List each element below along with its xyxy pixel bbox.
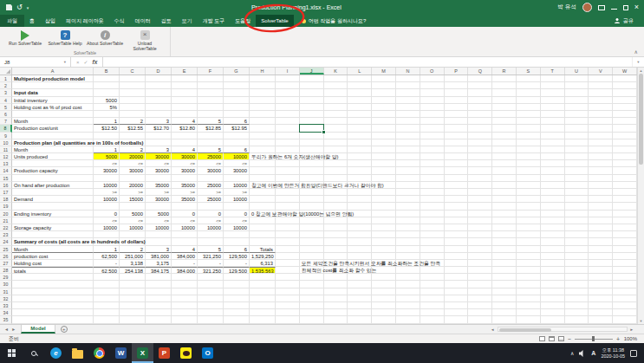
cell-L23[interactable] xyxy=(348,231,372,238)
cell-O5[interactable] xyxy=(420,104,445,111)
cell-H29[interactable] xyxy=(250,274,276,281)
cell-E10[interactable] xyxy=(172,139,198,146)
cell-Q12[interactable] xyxy=(468,153,492,160)
cell-F35[interactable] xyxy=(198,316,224,323)
cell-C25[interactable]: 2 xyxy=(120,246,146,253)
cell-W15[interactable] xyxy=(613,175,637,182)
cell-T8[interactable] xyxy=(541,125,565,132)
cell-I28[interactable] xyxy=(276,267,300,274)
cell-T12[interactable] xyxy=(541,153,565,160)
cell-B21[interactable]: <= xyxy=(94,217,120,224)
cell-P31[interactable] xyxy=(445,288,469,295)
cell-N7[interactable] xyxy=(396,118,420,125)
cell-O33[interactable] xyxy=(420,302,445,309)
cell-N22[interactable] xyxy=(396,224,420,231)
cell-K32[interactable] xyxy=(324,295,348,302)
cell-G29[interactable] xyxy=(224,274,250,281)
cell-U15[interactable] xyxy=(565,175,589,182)
cell-K9[interactable] xyxy=(324,133,348,139)
cell-S10[interactable] xyxy=(517,139,541,146)
cell-W26[interactable] xyxy=(613,253,637,260)
row-header-12[interactable]: 12 xyxy=(0,153,12,160)
cell-B29[interactable] xyxy=(94,274,120,281)
cell-M4[interactable] xyxy=(372,97,396,104)
cell-W29[interactable] xyxy=(613,274,637,281)
cell-R27[interactable] xyxy=(492,260,517,267)
cell-C31[interactable] xyxy=(120,288,146,295)
cell-V16[interactable] xyxy=(589,182,613,189)
cell-M17[interactable] xyxy=(372,189,396,196)
cell-O3[interactable] xyxy=(420,89,445,96)
cell-K14[interactable] xyxy=(324,167,348,174)
cell-H31[interactable] xyxy=(250,288,276,295)
cell-D35[interactable] xyxy=(146,316,172,323)
cell-V8[interactable] xyxy=(589,125,613,132)
cell-P6[interactable] xyxy=(445,111,469,118)
cell-M22[interactable] xyxy=(372,224,396,231)
cell-J29[interactable] xyxy=(300,274,324,281)
cell-D27[interactable]: 3,175 xyxy=(146,260,172,267)
taskbar-word-button[interactable]: W xyxy=(110,343,132,363)
cell-T20[interactable] xyxy=(541,211,565,217)
cell-I32[interactable] xyxy=(276,295,300,302)
cell-Q4[interactable] xyxy=(468,97,492,104)
cell-O14[interactable] xyxy=(420,167,445,174)
cell-E22[interactable]: 10000 xyxy=(172,224,198,231)
cell-A10[interactable]: Production plan (all quantities are in 1… xyxy=(12,139,94,146)
cell-V1[interactable] xyxy=(589,75,613,82)
cell-I35[interactable] xyxy=(276,316,300,323)
cell-N18[interactable] xyxy=(396,196,420,203)
cell-B16[interactable]: 10000 xyxy=(94,182,120,189)
cell-A19[interactable] xyxy=(12,203,94,210)
cell-E31[interactable] xyxy=(172,288,198,295)
cell-O6[interactable] xyxy=(420,111,445,118)
cell-S5[interactable] xyxy=(517,104,541,111)
cell-A25[interactable]: Month xyxy=(12,246,94,253)
cell-S22[interactable] xyxy=(517,224,541,231)
cell-Q32[interactable] xyxy=(468,295,492,302)
cell-P18[interactable] xyxy=(445,196,469,203)
cell-S12[interactable] xyxy=(517,153,541,160)
cell-T14[interactable] xyxy=(541,167,565,174)
cell-M20[interactable] xyxy=(372,211,396,217)
cell-A23[interactable] xyxy=(12,231,94,238)
cell-H1[interactable] xyxy=(250,75,276,82)
cell-R21[interactable] xyxy=(492,217,517,224)
cell-Q15[interactable] xyxy=(468,175,492,182)
cell-J17[interactable] xyxy=(300,189,324,196)
cell-F30[interactable] xyxy=(198,281,224,288)
row-header-33[interactable]: 33 xyxy=(0,302,12,309)
cell-P15[interactable] xyxy=(445,175,469,182)
cell-I5[interactable] xyxy=(276,104,300,111)
cell-P10[interactable] xyxy=(445,139,469,146)
ribbon-tab-insert[interactable]: 삽입 xyxy=(40,15,61,27)
cell-P12[interactable] xyxy=(445,153,469,160)
cell-A3[interactable]: Input data xyxy=(12,89,94,96)
cell-T4[interactable] xyxy=(541,97,565,104)
cell-V18[interactable] xyxy=(589,196,613,203)
row-header-26[interactable]: 26 xyxy=(0,253,12,260)
cell-R33[interactable] xyxy=(492,302,517,309)
cell-T6[interactable] xyxy=(541,111,565,118)
cell-R4[interactable] xyxy=(492,97,517,104)
cell-D5[interactable] xyxy=(146,104,172,111)
cell-R7[interactable] xyxy=(492,118,517,125)
row-header-32[interactable]: 32 xyxy=(0,295,12,302)
cell-F10[interactable] xyxy=(198,139,224,146)
cell-R18[interactable] xyxy=(492,196,517,203)
cell-B1[interactable] xyxy=(94,75,120,82)
cell-U17[interactable] xyxy=(565,189,589,196)
cell-B28[interactable]: 62,500 xyxy=(94,267,120,274)
cell-D23[interactable] xyxy=(146,231,172,238)
cell-A7[interactable]: Month xyxy=(12,118,94,125)
cell-A31[interactable] xyxy=(12,288,94,295)
formula-bar-expand-icon[interactable]: ▾ xyxy=(632,57,644,67)
cell-F23[interactable] xyxy=(198,231,224,238)
cell-H14[interactable] xyxy=(250,167,276,174)
ribbon-tab-file[interactable]: 파일 xyxy=(0,15,24,27)
row-header-4[interactable]: 4 xyxy=(0,97,12,104)
cell-E12[interactable]: 30000 xyxy=(172,153,198,160)
cell-P14[interactable] xyxy=(445,167,469,174)
cell-C13[interactable]: <= xyxy=(120,160,146,167)
cell-O24[interactable] xyxy=(420,238,445,245)
